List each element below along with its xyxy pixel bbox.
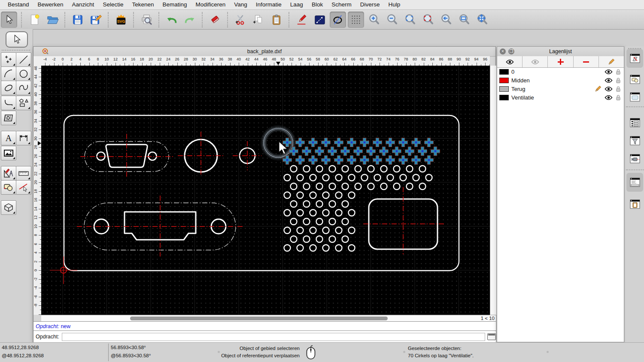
save-button[interactable] xyxy=(70,12,86,28)
line-mode-button[interactable] xyxy=(312,12,328,28)
shape-tool[interactable] xyxy=(16,96,31,110)
menu-informatie[interactable]: Informatie xyxy=(252,0,286,9)
paste-button[interactable] xyxy=(268,12,285,28)
horizontal-scrollbar[interactable] xyxy=(41,315,470,322)
rect-cutout-centerlines[interactable] xyxy=(363,187,445,254)
palette-select-tool[interactable] xyxy=(6,31,28,48)
circle-tool[interactable] xyxy=(16,66,31,81)
property-panel-button[interactable] xyxy=(628,90,642,103)
edit-button[interactable] xyxy=(294,12,310,28)
svg-export-button[interactable]: SVG xyxy=(113,12,129,28)
zoom-selection-button[interactable] xyxy=(420,12,436,28)
menu-bestand[interactable]: Bestand xyxy=(3,0,33,9)
undo-button[interactable] xyxy=(164,12,180,28)
horizontal-scrollbar-thumb[interactable] xyxy=(130,317,388,320)
delete-button[interactable] xyxy=(207,12,223,28)
ellipse-mode-button[interactable] xyxy=(330,12,346,28)
remove-layer-button[interactable] xyxy=(574,56,599,67)
polyline-tool[interactable] xyxy=(1,96,16,110)
layer-color-swatch[interactable] xyxy=(499,86,509,92)
image-tool[interactable] xyxy=(1,146,16,160)
modify-tool[interactable] xyxy=(1,180,16,195)
layer-color-swatch[interactable] xyxy=(499,78,509,83)
menu-laag[interactable]: Laag xyxy=(286,0,307,9)
hatch-tool[interactable] xyxy=(1,111,16,125)
layer-lock-icon[interactable] xyxy=(616,69,621,75)
origin-marker[interactable] xyxy=(50,256,77,284)
add-layer-button[interactable] xyxy=(548,56,573,67)
menu-blok[interactable]: Blok xyxy=(307,0,327,9)
save-as-button[interactable] xyxy=(88,12,104,28)
pan-button[interactable] xyxy=(474,12,490,28)
dimension-tool[interactable] xyxy=(16,131,31,145)
new-file-button[interactable] xyxy=(26,12,43,28)
layer-visibility-eye-icon[interactable] xyxy=(605,69,613,75)
layer-panel-title-bar[interactable]: × ❐ Lagenlijst xyxy=(497,47,624,57)
menu-selectie[interactable]: Selectie xyxy=(98,0,128,9)
zoom-window-button[interactable] xyxy=(456,12,472,28)
edit-layer-button[interactable] xyxy=(599,56,624,67)
layer-lock-icon[interactable] xyxy=(616,94,621,101)
document-title-bar[interactable]: back_plate.dxf xyxy=(33,47,495,57)
layer-color-swatch[interactable] xyxy=(499,95,509,100)
command-line-panel-button[interactable] xyxy=(628,176,642,189)
show-all-layers-button[interactable] xyxy=(497,56,522,67)
select-button[interactable] xyxy=(1,12,17,28)
point-tool[interactable] xyxy=(1,52,16,67)
menu-modificeren[interactable]: Modificeren xyxy=(191,0,230,9)
line-tool[interactable] xyxy=(16,52,31,67)
layer-row[interactable]: Terug xyxy=(497,84,624,93)
cad-drawing[interactable] xyxy=(41,66,490,315)
cut-button[interactable] xyxy=(232,12,249,28)
layer-visibility-eye-icon[interactable] xyxy=(605,95,613,100)
menu-bewerken[interactable]: Bewerken xyxy=(33,0,68,9)
draft-tool[interactable] xyxy=(1,166,16,181)
menu-hulp[interactable]: Hulp xyxy=(384,0,404,9)
solid-tool[interactable] xyxy=(1,200,16,215)
menu-vang[interactable]: Vang xyxy=(230,0,252,9)
layer-visibility-eye-icon[interactable] xyxy=(605,86,613,92)
spline-tool[interactable] xyxy=(16,81,31,95)
grid-toggle-button[interactable] xyxy=(348,12,364,28)
copy-button[interactable] xyxy=(250,12,267,28)
menu-diverse[interactable]: Diverse xyxy=(356,0,384,9)
menu-bemating[interactable]: Bemating xyxy=(158,0,191,9)
layer-row[interactable]: Ventilatie xyxy=(497,93,624,102)
zoom-previous-button[interactable] xyxy=(438,12,454,28)
vent-holes[interactable] xyxy=(284,166,432,251)
zoom-auto-button[interactable] xyxy=(402,12,418,28)
menu-tekenen[interactable]: Tekenen xyxy=(128,0,158,9)
layer-row[interactable]: Midden xyxy=(497,76,624,84)
block-list-panel-button[interactable] xyxy=(628,73,642,86)
list-panel-button[interactable] xyxy=(628,116,642,129)
pick-tool[interactable] xyxy=(16,180,31,195)
selected-vent-holes[interactable] xyxy=(283,138,440,165)
measure-tool[interactable] xyxy=(16,166,31,181)
round-hole-small-centerlines[interactable] xyxy=(233,141,261,170)
layer-row[interactable]: 0 xyxy=(497,67,624,76)
text-tool[interactable]: A xyxy=(1,131,16,145)
command-input[interactable] xyxy=(62,333,485,341)
layer-lock-icon[interactable] xyxy=(616,86,621,92)
vga-screw-hole-left[interactable] xyxy=(97,152,105,160)
vertical-scrollbar[interactable] xyxy=(490,66,496,315)
layer-list-panel-button[interactable] xyxy=(628,52,642,65)
command-window-toggle-button[interactable] xyxy=(487,333,496,340)
arc-tool[interactable] xyxy=(1,66,16,81)
cad-canvas[interactable] xyxy=(41,66,490,315)
view-panel-button[interactable] xyxy=(628,152,642,165)
vga-screw-hole-right[interactable] xyxy=(149,152,157,160)
selection-filter-panel-button[interactable] xyxy=(628,134,642,147)
redo-button[interactable] xyxy=(182,12,198,28)
menu-aanzicht[interactable]: Aanzicht xyxy=(68,0,99,9)
layer-color-swatch[interactable] xyxy=(499,69,509,75)
hide-all-layers-button[interactable] xyxy=(522,56,548,67)
zoom-out-button[interactable] xyxy=(384,12,400,28)
open-file-button[interactable] xyxy=(44,12,61,28)
layer-visibility-eye-icon[interactable] xyxy=(605,78,613,83)
zoom-in-button[interactable] xyxy=(366,12,382,28)
print-preview-button[interactable] xyxy=(138,12,155,28)
menu-scherm[interactable]: Scherm xyxy=(327,0,356,9)
clipboard-panel-button[interactable] xyxy=(628,198,642,211)
ellipse-tool[interactable] xyxy=(1,81,16,95)
